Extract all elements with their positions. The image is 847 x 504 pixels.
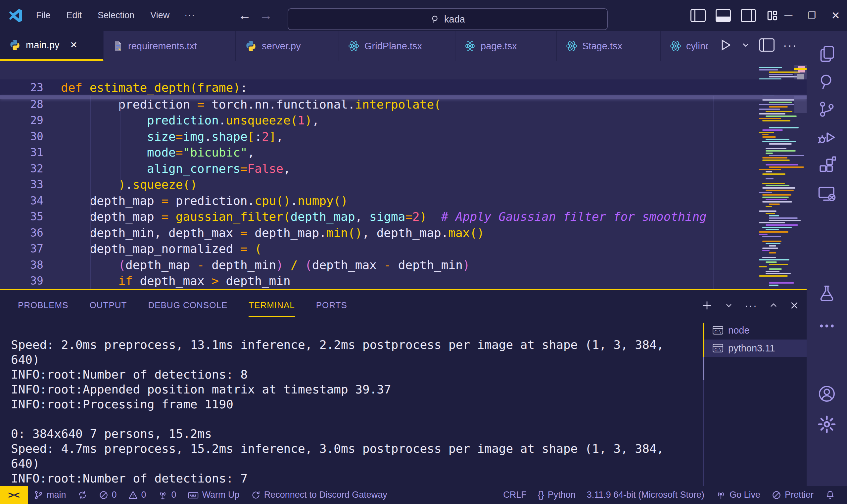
- code-line[interactable]: 30 size=img.shape[:2],: [0, 128, 807, 145]
- minimap-line: [759, 266, 767, 267]
- activity-extensions-icon[interactable]: [817, 156, 836, 175]
- code-text: def estimate_depth(frame):: [61, 79, 248, 96]
- minimap-line: [762, 250, 770, 251]
- activity-account-icon[interactable]: [817, 384, 836, 403]
- eol-indicator[interactable]: CRLF: [498, 486, 532, 504]
- minimap-line: [765, 190, 794, 191]
- nav-forward-icon[interactable]: →: [257, 7, 274, 24]
- prettier-status[interactable]: Prettier: [766, 486, 819, 504]
- tab-main-py[interactable]: main.py✕: [0, 31, 104, 61]
- code-line[interactable]: 39 if depth_max > depth_min: [0, 273, 807, 289]
- code-line[interactable]: 37 depth_map_normalized = (: [0, 240, 807, 257]
- activity-more-icon[interactable]: [817, 317, 836, 335]
- tab-close-icon[interactable]: ✕: [70, 40, 78, 50]
- minimap-line: [769, 245, 776, 247]
- go-live[interactable]: Go Live: [710, 486, 766, 504]
- code-line[interactable]: 29 prediction.unsqueeze(1),: [0, 112, 807, 128]
- panel-more-actions-icon[interactable]: ···: [745, 300, 758, 311]
- minimize-button[interactable]: ─: [785, 9, 792, 22]
- line-number: 37: [0, 240, 43, 257]
- code-line[interactable]: 31 mode="bicubic",: [0, 144, 807, 161]
- panel-tab-problems[interactable]: PROBLEMS: [18, 300, 69, 317]
- remote-indicator[interactable]: ><: [0, 486, 28, 504]
- activity-files-icon[interactable]: [817, 45, 836, 63]
- sticky-scroll-line[interactable]: 23def estimate_depth(frame):: [0, 79, 807, 96]
- new-terminal-icon[interactable]: [701, 300, 713, 311]
- menu-file[interactable]: File: [31, 7, 56, 23]
- minimap-line: [769, 285, 778, 286]
- warning-icon: [128, 490, 138, 500]
- maximize-panel-icon[interactable]: [769, 301, 778, 310]
- status-label: 0: [172, 490, 176, 500]
- toggle-panel-icon[interactable]: [716, 9, 731, 22]
- branch-status[interactable]: main: [28, 486, 72, 504]
- warning-count[interactable]: 0: [123, 486, 152, 504]
- minimap-line: [769, 203, 780, 205]
- panel-tab-ports[interactable]: PORTS: [316, 300, 347, 317]
- menu-selection[interactable]: Selection: [92, 7, 140, 23]
- panel-tab-terminal[interactable]: TERMINAL: [249, 300, 294, 317]
- terminal-scrollbar[interactable]: [703, 357, 704, 380]
- terminal-profile-chevron-icon[interactable]: [724, 301, 734, 310]
- warm-up-status[interactable]: Warm Up: [182, 486, 245, 504]
- python-interpreter[interactable]: 3.11.9 64-bit (Microsoft Store): [581, 486, 710, 504]
- activity-source-control-icon[interactable]: [817, 100, 836, 119]
- python-file-icon: [8, 39, 21, 51]
- tab-label: main.py: [26, 40, 59, 51]
- panel-tab-output[interactable]: OUTPUT: [90, 300, 127, 317]
- activity-beaker-icon[interactable]: [817, 284, 836, 303]
- sticky-code-line[interactable]: 23def estimate_depth(frame):: [0, 79, 807, 96]
- command-center-search[interactable]: kada: [288, 8, 608, 30]
- terminal-instance-python3-11[interactable]: C:\python3.11: [704, 340, 807, 357]
- close-panel-icon[interactable]: [789, 301, 799, 310]
- activity-remote-explorer-icon[interactable]: [817, 184, 836, 203]
- ports-status[interactable]: 0: [152, 486, 182, 504]
- code-line[interactable]: 35 depth_map = gaussian_filter(depth_map…: [0, 209, 807, 225]
- error-count[interactable]: 0: [93, 486, 123, 504]
- status-label: Go Live: [729, 490, 760, 500]
- menu-view[interactable]: View: [145, 7, 175, 23]
- tab-requirements-txt[interactable]: requirements.txt: [104, 31, 236, 61]
- sync-status[interactable]: [72, 486, 93, 504]
- code-text: (depth_map - depth_min) / (depth_max - d…: [61, 257, 470, 273]
- tab-gridplane-tsx[interactable]: GridPlane.tsx: [339, 31, 455, 61]
- close-button[interactable]: ✕: [831, 9, 840, 22]
- panel-tab-debug-console[interactable]: DEBUG CONSOLE: [148, 300, 228, 317]
- code-line[interactable]: 34 depth_map = prediction.cpu().numpy(): [0, 193, 807, 209]
- tab-label: GridPlane.tsx: [364, 41, 422, 52]
- menu-edit[interactable]: Edit: [61, 7, 88, 23]
- status-bar-left: ><main000Warm UpReconnect to Discord Gat…: [0, 486, 393, 504]
- code-line[interactable]: 38 (depth_map - depth_min) / (depth_max …: [0, 257, 807, 273]
- minimap-line: [762, 129, 783, 131]
- activity-debug-icon[interactable]: [817, 128, 836, 147]
- code-line[interactable]: 33 ).squeeze(): [0, 176, 807, 193]
- menu-overflow-icon[interactable]: ···: [180, 7, 200, 23]
- toggle-secondary-sidebar-icon[interactable]: [741, 9, 756, 22]
- code-line[interactable]: 36 depth_min, depth_max = depth_map.min(…: [0, 225, 807, 241]
- run-dropdown-chevron-icon[interactable]: [741, 40, 751, 50]
- terminal-instance-node[interactable]: C:\node: [704, 322, 807, 339]
- language-mode[interactable]: {}Python: [532, 486, 581, 504]
- restore-button[interactable]: ❐: [808, 10, 816, 21]
- minimap-line: [765, 171, 772, 173]
- activity-search-icon[interactable]: [817, 72, 836, 90]
- discord-gateway-status[interactable]: Reconnect to Discord Gateway: [245, 486, 393, 504]
- tab-page-tsx[interactable]: page.tsx: [455, 31, 557, 61]
- split-editor-icon[interactable]: [759, 38, 775, 52]
- layout-controls: [690, 0, 778, 31]
- minimap-line: [765, 199, 787, 200]
- customize-layout-icon[interactable]: [766, 9, 778, 22]
- svg-text:C:\: C:\: [714, 329, 721, 334]
- terminal-instance-label: node: [728, 325, 750, 336]
- tab-server-py[interactable]: server.py: [236, 31, 339, 61]
- toggle-sidebar-icon[interactable]: [690, 9, 706, 22]
- code-line[interactable]: 32 align_corners=False,: [0, 161, 807, 177]
- terminal-line: 0: 384x640 7 persons, 15.2ms: [11, 426, 212, 441]
- tab-stage-tsx[interactable]: Stage.tsx: [557, 31, 661, 61]
- run-python-file-icon[interactable]: [718, 38, 732, 52]
- nav-back-icon[interactable]: ←: [236, 7, 253, 24]
- notifications-bell[interactable]: [819, 486, 841, 504]
- editor-more-actions-icon[interactable]: ···: [783, 39, 797, 52]
- activity-settings-icon[interactable]: [817, 415, 836, 433]
- tab-cylind[interactable]: cylind: [661, 31, 708, 61]
